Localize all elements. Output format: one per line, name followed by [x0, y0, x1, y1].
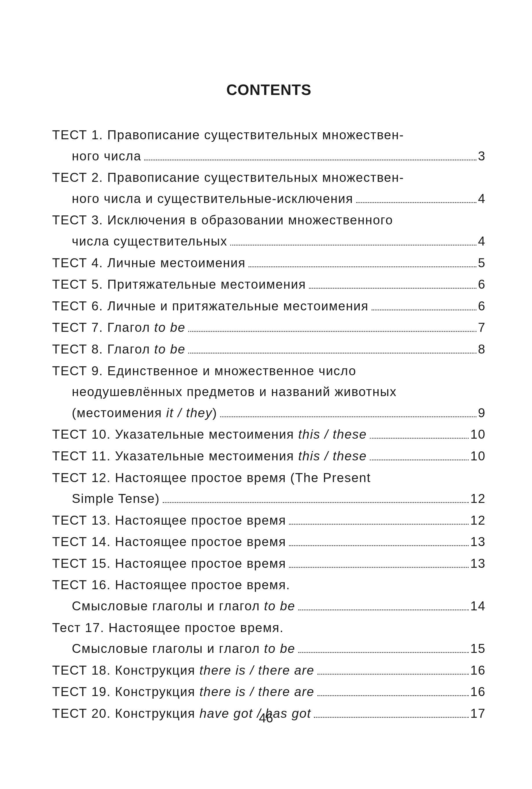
toc-text: ТЕСТ 1. Правописание существительных мно… [52, 124, 404, 146]
toc-line: ТЕСТ 3. Исключения в образовании множест… [52, 210, 486, 231]
toc-entry: ТЕСТ 16. Настоящее простое время.Смыслов… [52, 574, 486, 616]
toc-line: ТЕСТ 6. Личные и притяжательные местоиме… [52, 296, 486, 317]
page-container: CONTENTS ТЕСТ 1. Правописание существите… [0, 0, 532, 789]
toc-entry: ТЕСТ 10. Указательные местоимения this /… [52, 424, 486, 445]
toc-text: ТЕСТ 18. Конструкция there is / there ar… [52, 660, 315, 681]
toc-entry: ТЕСТ 1. Правописание существительных мно… [52, 124, 486, 167]
toc-text: ТЕСТ 11. Указательные местоимения this /… [52, 446, 367, 467]
toc-line: ТЕСТ 1. Правописание существительных мно… [52, 124, 486, 146]
toc-text-segment: ТЕСТ 1. Правописание существительных мно… [52, 128, 404, 142]
toc-line: ТЕСТ 15. Настоящее простое время13 [52, 553, 486, 574]
page-number: 46 [0, 711, 532, 725]
toc-text-segment: ТЕСТ 2. Правописание существительных мно… [52, 170, 404, 185]
toc-line: ТЕСТ 7. Глагол to be7 [52, 317, 486, 338]
toc-text-italic: there is / there are [200, 685, 315, 699]
toc-line: ТЕСТ 8. Глагол to be8 [52, 339, 486, 360]
toc-text-segment: ТЕСТ 6. Личные и притяжательные местоиме… [52, 299, 369, 313]
dot-leader [188, 353, 476, 353]
toc-text: ТЕСТ 7. Глагол to be [52, 317, 185, 338]
toc-text: ТЕСТ 3. Исключения в образовании множест… [52, 210, 393, 231]
toc-page-number: 10 [470, 446, 486, 467]
toc-line: ТЕСТ 13. Настоящее простое время12 [52, 510, 486, 531]
toc-text-segment: ) [213, 406, 217, 420]
toc-text: ТЕСТ 8. Глагол to be [52, 339, 185, 360]
toc-entry: Тест 17. Настоящее простое время.Смыслов… [52, 617, 486, 659]
toc-page-number: 10 [470, 424, 486, 445]
toc-page-number: 3 [478, 146, 486, 167]
toc-entry: ТЕСТ 18. Конструкция there is / there ar… [52, 660, 486, 681]
toc-text-segment: Смысловые глаголы и глагол [72, 641, 264, 656]
toc-page-number: 13 [470, 531, 486, 553]
toc-text: ного числа [72, 146, 141, 167]
toc-text-segment: ТЕСТ 11. Указательные местоимения [52, 449, 298, 463]
toc-text-segment: ТЕСТ 18. Конструкция [52, 663, 200, 677]
toc-text: неодушевлённых предметов и названий живо… [72, 381, 397, 402]
toc-line: ТЕСТ 9. Единственное и множественное чис… [52, 361, 486, 382]
toc-line: ного числа и существительные-исключения4 [52, 188, 486, 209]
toc-entry: ТЕСТ 3. Исключения в образовании множест… [52, 210, 486, 252]
toc-text: ного числа и существительные-исключения [72, 188, 353, 209]
dot-leader [370, 438, 469, 439]
toc-text: ТЕСТ 13. Настоящее простое время [52, 510, 286, 531]
dot-leader [318, 674, 469, 675]
toc-text: ТЕСТ 12. Настоящее простое время (The Pr… [52, 467, 371, 488]
toc-text-segment: неодушевлённых предметов и названий живо… [72, 385, 397, 399]
toc-text: (местоимения it / they) [72, 402, 217, 424]
toc-text-segment: ТЕСТ 7. Глагол [52, 320, 154, 334]
toc-text-segment: ТЕСТ 12. Настоящее простое время (The Pr… [52, 470, 371, 485]
toc-text-segment: ТЕСТ 3. Исключения в образовании множест… [52, 213, 393, 227]
table-of-contents: ТЕСТ 1. Правописание существительных мно… [52, 124, 486, 724]
dot-leader [188, 331, 476, 332]
dot-leader [298, 610, 469, 610]
dot-leader [144, 159, 476, 160]
dot-leader [289, 567, 469, 568]
toc-line: ТЕСТ 12. Настоящее простое время (The Pr… [52, 467, 486, 488]
toc-line: ТЕСТ 2. Правописание существительных мно… [52, 167, 486, 188]
toc-page-number: 12 [470, 510, 486, 531]
toc-text: числа существительных [72, 231, 227, 252]
dot-leader [289, 545, 469, 546]
toc-text-segment: ТЕСТ 9. Единственное и множественное чис… [52, 364, 356, 378]
toc-text: ТЕСТ 9. Единственное и множественное чис… [52, 361, 356, 382]
toc-text: Simple Tense) [72, 488, 160, 509]
dot-leader [318, 695, 469, 696]
toc-page-number: 6 [478, 296, 486, 317]
toc-text-italic: this / these [298, 449, 367, 463]
toc-page-number: 4 [478, 231, 486, 252]
toc-text: ТЕСТ 4. Личные местоимения [52, 252, 246, 274]
toc-text-segment: ТЕСТ 15. Настоящее простое время [52, 556, 286, 571]
toc-text: ТЕСТ 16. Настоящее простое время. [52, 574, 290, 596]
toc-line: ТЕСТ 18. Конструкция there is / there ar… [52, 660, 486, 681]
page-title: CONTENTS [52, 81, 486, 98]
toc-text: Тест 17. Настоящее простое время. [52, 617, 284, 638]
toc-line: ТЕСТ 4. Личные местоимения5 [52, 252, 486, 274]
toc-entry: ТЕСТ 12. Настоящее простое время (The Pr… [52, 467, 486, 509]
toc-text-segment: ТЕСТ 13. Настоящее простое время [52, 513, 286, 527]
toc-line: (местоимения it / they)9 [52, 402, 486, 424]
toc-line: числа существительных4 [52, 231, 486, 252]
toc-page-number: 4 [478, 188, 486, 209]
toc-text-italic: this / these [298, 427, 367, 441]
toc-text-segment: числа существительных [72, 234, 227, 248]
toc-text-segment: ТЕСТ 10. Указательные местоимения [52, 427, 298, 441]
toc-page-number: 9 [478, 402, 486, 424]
toc-line: Смысловые глаголы и глагол to be15 [52, 638, 486, 659]
toc-entry: ТЕСТ 6. Личные и притяжательные местоиме… [52, 296, 486, 317]
toc-line: ТЕСТ 19. Конструкция there is / there ar… [52, 681, 486, 703]
toc-text-segment: Simple Tense) [72, 492, 160, 505]
toc-text-segment: ТЕСТ 4. Личные местоимения [52, 256, 246, 270]
toc-text: ТЕСТ 6. Личные и притяжательные местоиме… [52, 296, 369, 317]
toc-entry: ТЕСТ 14. Настоящее простое время13 [52, 531, 486, 553]
dot-leader [298, 652, 469, 653]
toc-line: ТЕСТ 14. Настоящее простое время13 [52, 531, 486, 553]
toc-page-number: 16 [470, 681, 486, 703]
dot-leader [230, 245, 476, 246]
toc-line: Тест 17. Настоящее простое время. [52, 617, 486, 638]
toc-line: ТЕСТ 11. Указательные местоимения this /… [52, 446, 486, 467]
toc-page-number: 7 [478, 317, 486, 338]
toc-text-italic: to be [154, 342, 186, 356]
dot-leader [370, 460, 469, 460]
toc-text: ТЕСТ 19. Конструкция there is / there ar… [52, 681, 315, 703]
toc-line: ТЕСТ 16. Настоящее простое время. [52, 574, 486, 596]
toc-entry: ТЕСТ 9. Единственное и множественное чис… [52, 361, 486, 424]
